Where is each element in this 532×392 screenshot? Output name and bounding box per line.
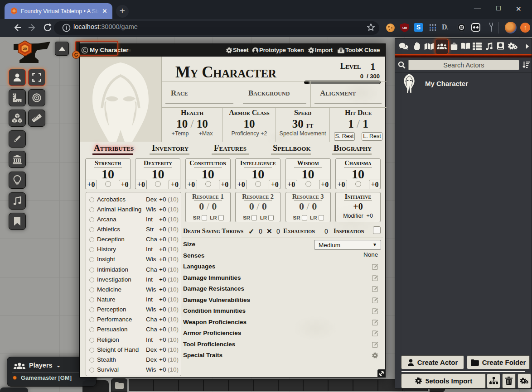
svg-text:U0: U0 — [402, 26, 407, 30]
svg-text:20: 20 — [23, 47, 27, 51]
